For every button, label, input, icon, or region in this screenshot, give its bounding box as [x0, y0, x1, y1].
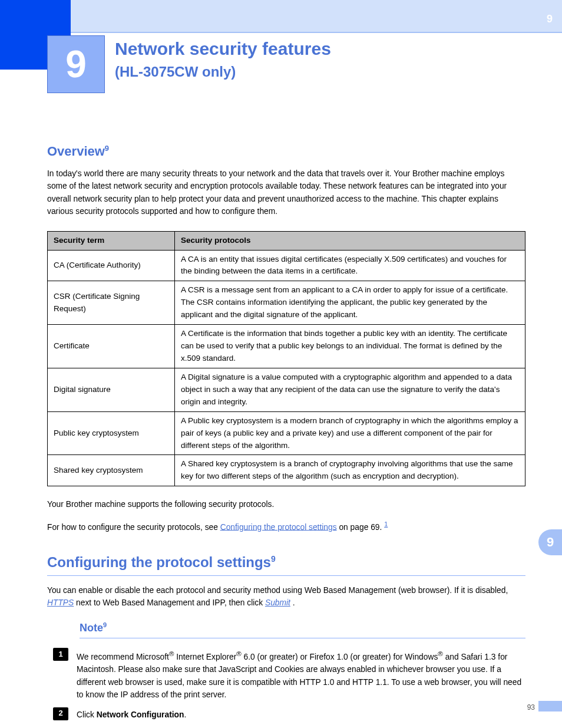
overview-heading-text: Overview — [47, 144, 105, 159]
after-table-link[interactable]: Configuring the protocol settings — [220, 522, 337, 531]
step2-prefix: Click — [77, 710, 97, 719]
step1-sup3: ® — [438, 650, 442, 657]
step1-after: 6.0 (or greater) or Firefox 1.0 (or grea… — [244, 653, 438, 661]
security-terms-table: Security term Security protocols CA (Cer… — [47, 231, 525, 487]
table-term: Certificate — [48, 325, 175, 368]
table-header-col2: Security protocols — [175, 231, 525, 250]
header-chapter-number: 9 — [547, 13, 553, 25]
para-end: . — [293, 598, 295, 607]
step1-sup: ® — [169, 650, 174, 657]
table-term: CA (Certificate Authority) — [48, 250, 175, 281]
chapter-subtitle: (HL-3075CW only) — [115, 64, 331, 80]
para-middle: next to Web Based Management and IPP, th… — [76, 598, 265, 607]
table-term: Public key cryptosystem — [48, 411, 175, 455]
after-table-p2-after: on page 69. — [339, 522, 382, 531]
table-row: CA (Certificate Authority)A CA is an ent… — [48, 250, 525, 281]
para-em2[interactable]: Submit — [265, 598, 290, 607]
para-prefix: You can enable or disable the each proto… — [47, 586, 508, 595]
table-def: A Certificate is the information that bi… — [175, 325, 525, 368]
table-def: A Shared key cryptosystem is a branch of… — [175, 455, 525, 486]
note-heading-text: Note — [80, 622, 103, 634]
table-def: A CA is an entity that issues digital ce… — [175, 250, 525, 281]
side-tab: 9 — [538, 529, 562, 555]
table-row: Digital signatureA Digital signature is … — [48, 368, 525, 411]
step-number-icon: 1 — [53, 648, 68, 661]
overview-sup: 9 — [105, 144, 109, 153]
table-def: A Digital signature is a value computed … — [175, 368, 525, 411]
step2-after: . — [184, 710, 186, 719]
after-table-p1: Your Brother machine supports the follow… — [47, 498, 525, 510]
chapter-title: Network security features — [115, 39, 331, 59]
table-def: A CSR is a message sent from an applican… — [175, 281, 525, 325]
step1-prefix: We recommend Microsoft — [77, 653, 169, 661]
chapter-number-square: 9 — [47, 35, 105, 93]
step-number-icon: 2 — [53, 707, 68, 720]
page-content: Overview9 In today's world there are man… — [47, 141, 525, 728]
page-header-banner — [0, 0, 562, 33]
table-header-col1: Security term — [48, 231, 175, 250]
page-number-box — [538, 701, 562, 711]
table-def: A Public key cryptosystem is a modern br… — [175, 411, 525, 455]
after-table-sup[interactable]: 1 — [384, 521, 388, 528]
step-item: 1 We recommend Microsoft® Internet Explo… — [47, 649, 525, 701]
after-table-p2: For how to configure the security protoc… — [47, 519, 525, 533]
step-item: 2 Click Network Configuration. — [47, 709, 525, 721]
protocol-settings-heading: Configuring the protocol settings9 — [47, 551, 525, 576]
after-table-p2-prefix: For how to configure the security protoc… — [47, 522, 220, 531]
protocol-settings-heading-text: Configuring the protocol settings — [47, 554, 271, 570]
table-term: Digital signature — [48, 368, 175, 411]
note-heading: Note9 — [80, 620, 525, 639]
step1-middle: Internet Explorer — [176, 653, 236, 661]
page-number: 93 — [527, 703, 535, 711]
step2-bold: Network Configuration — [97, 710, 184, 719]
table-row: Shared key cryptosystemA Shared key cryp… — [48, 455, 525, 486]
overview-heading: Overview9 — [47, 141, 525, 162]
para-em1[interactable]: HTTPS — [47, 598, 74, 607]
note-sup: 9 — [103, 621, 107, 628]
steps-list: 1 We recommend Microsoft® Internet Explo… — [47, 649, 525, 720]
step1-sup2: ® — [236, 650, 241, 657]
overview-intro: In today's world there are many security… — [47, 167, 525, 218]
table-row: CertificateA Certificate is the informat… — [48, 325, 525, 368]
protocol-settings-sup: 9 — [271, 554, 276, 564]
table-term: Shared key cryptosystem — [48, 455, 175, 486]
table-row: Public key cryptosystemA Public key cryp… — [48, 411, 525, 455]
table-term: CSR (Certificate Signing Request) — [48, 281, 175, 325]
protocol-settings-para: You can enable or disable the each proto… — [47, 584, 525, 610]
after-table-block: Your Brother machine supports the follow… — [47, 498, 525, 533]
chapter-title-area: Network security features (HL-3075CW onl… — [115, 39, 331, 80]
table-row: CSR (Certificate Signing Request)A CSR i… — [48, 281, 525, 325]
